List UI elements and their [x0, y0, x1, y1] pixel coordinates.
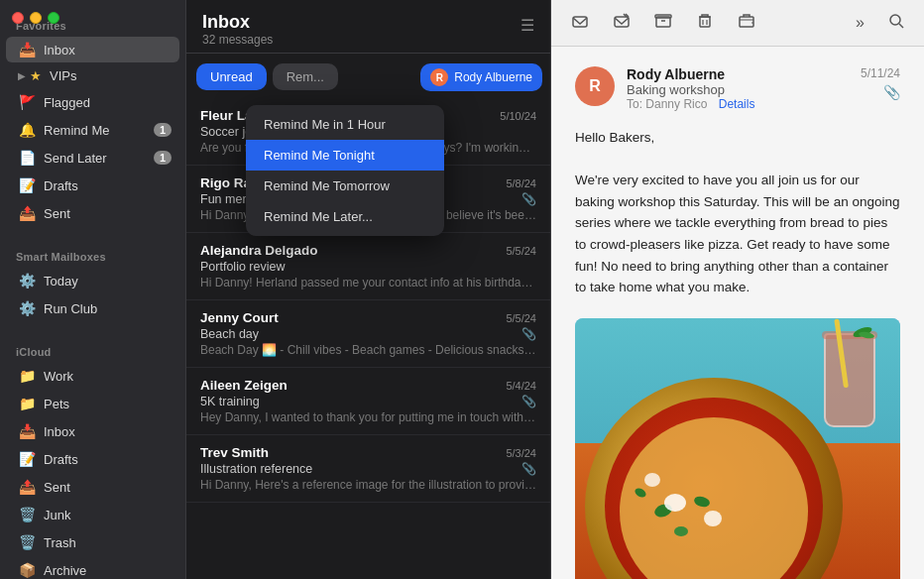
message-item-aileen[interactable]: Aileen Zeigen 5/4/24 5K training 📎 Hey D…: [186, 368, 550, 435]
search-toolbar-button[interactable]: [884, 9, 908, 37]
reply-button[interactable]: [567, 8, 593, 38]
sidebar-item-pets[interactable]: 📁 Pets: [6, 391, 179, 416]
remind-tomorrow-option[interactable]: Remind Me Tomorrow: [246, 171, 444, 201]
email-date-area: 5/11/24 📎: [861, 66, 900, 100]
sidebar-item-vips[interactable]: ▶ ★ VIPs: [6, 64, 179, 87]
minimize-button[interactable]: [30, 12, 42, 24]
message-date: 5/8/24: [506, 177, 536, 189]
sidebar-item-icloud-sent[interactable]: 📤 Sent: [6, 474, 179, 500]
filter-rody-button[interactable]: R Rody Albuerne: [420, 63, 542, 91]
sidebar-item-label: Flagged: [44, 95, 172, 110]
message-date: 5/5/24: [506, 245, 536, 257]
sidebar-item-icloud-inbox[interactable]: 📥 Inbox: [6, 418, 179, 444]
details-link[interactable]: Details: [719, 97, 755, 111]
inbox-title: Inbox: [202, 12, 273, 33]
sidebar-item-label: Inbox: [44, 43, 172, 58]
remind-me-badge: 1: [154, 123, 172, 137]
sidebar-item-label: Sent: [44, 206, 172, 221]
message-preview: Hey Danny, I wanted to thank you for put…: [200, 410, 536, 424]
message-sender: Alejandra Delgado: [200, 243, 318, 258]
svg-point-12: [890, 15, 900, 25]
message-preview: Hi Danny, Here's a reference image for t…: [200, 478, 536, 492]
drafts-icon: 📝: [18, 176, 36, 194]
sidebar-item-inbox[interactable]: 📥 Inbox: [6, 37, 179, 62]
sidebar-item-archive[interactable]: 📦 Archive: [6, 557, 179, 579]
reading-toolbar: »: [551, 0, 924, 47]
close-button[interactable]: [12, 12, 24, 24]
sidebar-item-label: Archive: [44, 563, 172, 578]
sidebar-item-remind-me[interactable]: 🔔 Remind Me 1: [6, 117, 179, 143]
send-later-icon: 📄: [18, 149, 36, 167]
message-subject: 5K training: [200, 395, 260, 408]
sidebar-item-sent[interactable]: 📤 Sent: [6, 200, 179, 226]
sidebar-item-junk[interactable]: 🗑️ Junk: [6, 502, 179, 527]
sidebar-item-label: Work: [44, 369, 172, 384]
to-label: To:: [627, 97, 642, 111]
sidebar-item-label: Pets: [44, 397, 172, 411]
message-subject: Illustration reference: [200, 462, 312, 476]
move-toolbar-button[interactable]: [734, 8, 759, 38]
compose-button[interactable]: [609, 8, 635, 38]
inbox-icon: 📥: [18, 422, 36, 440]
message-preview: Hi Danny! Herland passed me your contact…: [200, 276, 536, 290]
to-recipient: Danny Rico: [645, 97, 707, 111]
sidebar: Favorites 📥 Inbox ▶ ★ VIPs 🚩 Flagged 🔔 R…: [0, 0, 186, 579]
gear-icon: ⚙️: [18, 299, 36, 317]
sidebar-item-label: Today: [44, 274, 172, 289]
sidebar-item-label: Send Later: [44, 151, 154, 166]
sidebar-item-send-later[interactable]: 📄 Send Later 1: [6, 145, 179, 171]
message-date: 5/4/24: [506, 380, 536, 392]
more-toolbar-button[interactable]: »: [852, 10, 868, 36]
message-item-jenny[interactable]: Jenny Court 5/5/24 Beach day 📎 Beach Day…: [186, 300, 550, 368]
email-to-field: To: Danny Rico Details: [627, 97, 853, 111]
email-date: 5/11/24: [861, 66, 900, 80]
remind-tonight-option[interactable]: Remind Me Tonight: [246, 140, 444, 171]
sidebar-item-trash[interactable]: 🗑️ Trash: [6, 529, 179, 555]
trash-toolbar-button[interactable]: [692, 8, 718, 38]
sidebar-item-label: Junk: [44, 508, 172, 522]
sidebar-item-label: Trash: [44, 535, 172, 550]
message-item-trev[interactable]: Trev Smith 5/3/24 Illustration reference…: [186, 435, 550, 503]
svg-rect-0: [573, 17, 587, 27]
filter-icon[interactable]: ☰: [520, 16, 534, 35]
remind-later-option[interactable]: Remind Me Later...: [246, 201, 444, 232]
sidebar-item-flagged[interactable]: 🚩 Flagged: [6, 89, 179, 115]
filter-unread-button[interactable]: Unread: [196, 63, 267, 90]
archive-toolbar-button[interactable]: [650, 8, 676, 38]
svg-line-13: [899, 24, 903, 28]
email-attachment-indicator: 📎: [883, 84, 900, 100]
gear-icon: ⚙️: [18, 272, 36, 290]
message-item-alejandra[interactable]: Alejandra Delgado 5/5/24 Portfolio revie…: [186, 233, 550, 300]
remind-1hour-option[interactable]: Remind Me in 1 Hour: [246, 109, 444, 140]
email-from: Rody Albuerne: [627, 66, 853, 82]
message-list: Inbox 32 messages ☰ Unread Rem... Remind…: [186, 0, 551, 579]
flag-icon: 🚩: [18, 93, 36, 111]
sidebar-item-label: Sent: [44, 480, 172, 495]
svg-rect-10: [740, 17, 753, 27]
fullscreen-button[interactable]: [48, 12, 59, 24]
folder-icon: 📁: [18, 395, 36, 412]
message-list-header: Inbox 32 messages ☰: [186, 0, 550, 54]
filter-remind-button[interactable]: Rem...: [273, 63, 338, 90]
email-salutation: Hello Bakers, We're very excited to have…: [575, 127, 900, 298]
email-body-text: We're very excited to have you all join …: [575, 170, 900, 298]
junk-icon: 🗑️: [18, 506, 36, 523]
message-date: 5/10/24: [500, 110, 536, 122]
drafts-icon: 📝: [18, 450, 36, 468]
message-sender: Trev Smith: [200, 445, 269, 460]
email-header: R Rody Albuerne Baking workshop To: Dann…: [575, 66, 900, 111]
message-sender: Jenny Court: [200, 310, 279, 325]
sidebar-item-work[interactable]: 📁 Work: [6, 363, 179, 389]
sidebar-item-today[interactable]: ⚙️ Today: [6, 268, 179, 293]
sidebar-item-drafts[interactable]: 📝 Drafts: [6, 173, 179, 198]
sidebar-item-icloud-drafts[interactable]: 📝 Drafts: [6, 446, 179, 472]
attachment-icon: 📎: [521, 192, 536, 206]
remind-dropdown: Remind Me in 1 Hour Remind Me Tonight Re…: [246, 105, 444, 236]
message-subject: Beach day: [200, 327, 259, 341]
star-icon: ★: [30, 68, 42, 83]
email-meta: Rody Albuerne Baking workshop To: Danny …: [627, 66, 853, 111]
send-later-badge: 1: [154, 151, 172, 165]
filter-bar: Unread Rem... Remind Me in 1 Hour Remind…: [186, 54, 550, 98]
trash-icon: 🗑️: [18, 533, 36, 551]
sidebar-item-run-club[interactable]: ⚙️ Run Club: [6, 295, 179, 321]
